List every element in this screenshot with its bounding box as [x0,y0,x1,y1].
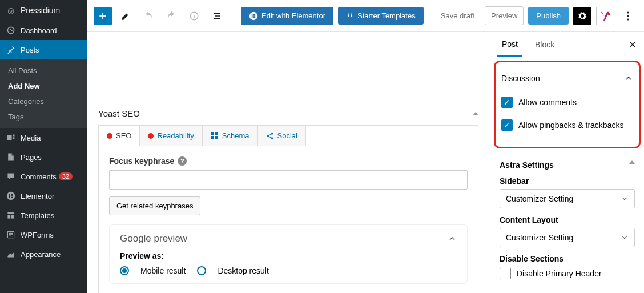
nav-wpforms[interactable]: WPForms [0,225,87,244]
sub-tags[interactable]: Tags [0,109,87,125]
outline-button[interactable] [208,7,226,25]
publish-button[interactable]: Publish [528,7,569,25]
media-icon [6,133,16,143]
allow-pingbacks-checkbox[interactable]: ✓ [501,119,513,131]
sub-add-new[interactable]: Add New [0,78,87,94]
collapse-icon[interactable] [629,160,635,164]
focus-keyphrase-input[interactable] [109,170,468,190]
svg-rect-6 [7,212,14,214]
nav-posts-label: Posts [21,46,39,54]
svg-rect-20 [253,15,255,17]
more-options-button[interactable] [619,7,637,25]
brand-item[interactable]: ◎ Pressidium [0,0,87,21]
nav-elementor[interactable]: Elementor [0,186,87,206]
nav-comments[interactable]: Comments 32 [0,167,87,186]
nav-templates-label: Templates [21,211,54,220]
seo-status-icon [107,133,112,139]
yoast-icon [600,11,610,21]
admin-sidebar: ◎ Pressidium Dashboard Posts All Posts A… [0,0,87,293]
radio-mobile[interactable] [120,266,129,275]
svg-rect-4 [11,195,13,196]
nav-media-label: Media [21,134,41,142]
discussion-title: Discussion [501,74,540,83]
starter-templates-button[interactable]: Starter Templates [338,7,424,25]
sidebar-select[interactable]: Customizer Setting [500,189,635,208]
nav-pages-label: Pages [21,153,42,162]
disable-sections-label: Disable Sections [500,254,635,263]
undo-button[interactable] [139,7,158,25]
chevron-up-icon[interactable] [624,74,633,83]
close-inspector-button[interactable] [628,40,637,49]
collapse-icon[interactable] [473,112,478,115]
nav-dashboard[interactable]: Dashboard [0,21,87,40]
svg-rect-7 [7,215,10,218]
tab-seo[interactable]: SEO [99,126,140,146]
focus-keyphrase-label: Focus keyphrase [109,156,174,166]
tab-readability[interactable]: Readability [140,126,202,146]
astra-title: Astra Settings [500,160,554,170]
edit-elementor-button[interactable]: Edit with Elementor [241,7,333,25]
nav-media[interactable]: Media [0,128,87,147]
disable-primary-header-checkbox[interactable] [500,268,511,279]
nav-pages[interactable]: Pages [0,147,87,167]
svg-point-28 [271,137,273,139]
kebab-icon [627,11,629,21]
list-icon [212,11,222,21]
undo-icon [143,11,154,21]
svg-rect-2 [9,194,10,198]
settings-button[interactable] [573,7,591,25]
sub-all-posts[interactable]: All Posts [0,63,87,78]
inspector-panel: Post Block Discussion ✓ Allow comments [490,32,644,293]
allow-comments-label: Allow comments [518,98,577,107]
help-icon[interactable]: ? [178,156,187,166]
inspector-tab-block[interactable]: Block [530,33,559,56]
layout-select[interactable]: Customizer Setting [500,228,635,247]
disable-primary-header-label: Disable Primary Header [517,269,602,278]
tab-schema[interactable]: Schema [203,126,258,146]
nav-posts[interactable]: Posts [0,40,87,59]
redo-button[interactable] [162,7,180,25]
get-related-keyphrases-button[interactable]: Get related keyphrases [109,196,200,215]
svg-rect-18 [252,14,253,17]
appearance-icon [6,249,16,259]
nav-appearance[interactable]: Appearance [0,244,87,264]
nav-dashboard-label: Dashboard [21,26,57,35]
allow-comments-checkbox[interactable]: ✓ [501,97,513,108]
save-draft-button[interactable]: Save draft [435,7,480,25]
svg-point-24 [627,15,629,17]
edit-elementor-label: Edit with Elementor [261,11,325,20]
tab-social-label: Social [277,131,297,140]
layout-field-label: Content Layout [500,215,635,224]
info-button[interactable] [185,7,203,25]
pin-icon [6,45,16,55]
discussion-highlight: Discussion ✓ Allow comments ✓ Allow ping… [494,61,641,148]
svg-rect-19 [253,14,255,15]
brand-label: Pressidium [21,6,60,15]
redo-icon [166,11,176,21]
google-preview-title: Google preview [120,233,187,244]
svg-rect-5 [11,197,13,198]
schema-icon [211,132,219,140]
svg-rect-15 [215,15,220,17]
svg-rect-11 [9,234,13,235]
yoast-button[interactable] [596,7,614,25]
chevron-down-icon [621,195,629,203]
nav-comments-label: Comments [21,172,57,181]
starter-templates-label: Starter Templates [357,11,416,20]
svg-rect-3 [11,194,13,195]
inspector-tab-post[interactable]: Post [497,33,522,57]
comments-count-badge: 32 [59,172,73,180]
radio-mobile-label: Mobile result [140,266,186,275]
svg-point-27 [267,135,269,137]
add-block-button[interactable] [94,7,112,25]
sub-categories[interactable]: Categories [0,94,87,109]
edit-mode-button[interactable] [116,7,135,25]
readability-status-icon [148,133,154,139]
preview-button[interactable]: Preview [485,6,524,25]
radio-desktop[interactable] [197,266,206,275]
nav-wpforms-label: WPForms [21,231,54,239]
rocket-icon [346,12,354,20]
nav-templates[interactable]: Templates [0,206,87,225]
tab-social[interactable]: Social [258,126,306,146]
chevron-up-icon[interactable] [448,234,457,243]
